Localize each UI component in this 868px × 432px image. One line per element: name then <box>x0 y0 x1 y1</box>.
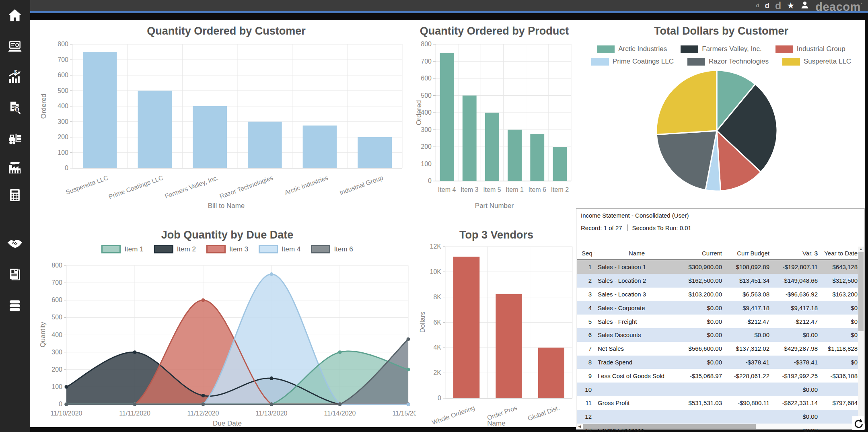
x-tick-label: 11/15/2020 <box>393 410 416 417</box>
bar-Arctic Industries[interactable] <box>303 125 337 168</box>
pie-slice-Razor Technologies[interactable] <box>656 131 717 190</box>
legend-swatch <box>681 45 698 53</box>
data-point-Item 6[interactable] <box>338 403 342 406</box>
cell-Seq: 2 <box>577 277 595 284</box>
data-point-Item 2[interactable] <box>65 385 68 389</box>
legend-item-Item 6[interactable]: Item 6 <box>311 245 353 253</box>
bar-Item 6[interactable] <box>530 134 544 181</box>
user-icon[interactable] <box>800 0 810 11</box>
bar-Item 4[interactable] <box>440 53 454 181</box>
table-row-8[interactable]: 8Trade Spend$0.00-$378.41-$378.41$0 <box>577 356 859 369</box>
bar-Industrial Group[interactable] <box>358 137 392 168</box>
bar-Farmers Valley, Inc.[interactable] <box>193 106 227 168</box>
data-point-Item 4[interactable] <box>407 403 410 406</box>
legend-item-Item 2[interactable]: Item 2 <box>154 245 196 253</box>
sidebar-item-production[interactable] <box>6 159 24 177</box>
frame-right <box>865 13 868 432</box>
data-point-Item 4[interactable] <box>270 272 274 276</box>
y-tick-label: 0 <box>59 401 62 407</box>
x-axis-label: Name <box>416 420 576 428</box>
column-header-Seq[interactable]: Seq⇅ <box>577 250 595 257</box>
column-header-Year to Date[interactable]: Year to Date <box>821 250 859 257</box>
bar-Susperetta LLC[interactable] <box>83 52 117 168</box>
sidebar-item-workstation[interactable] <box>6 37 24 55</box>
scroll-left-icon[interactable]: ◀ <box>577 424 582 429</box>
legend-item-Arctic Industries[interactable]: Arctic Industries <box>597 45 667 53</box>
data-point-Item 2[interactable] <box>133 350 137 354</box>
legend-swatch <box>154 245 173 253</box>
bar-Item 1[interactable] <box>508 130 522 181</box>
sidebar-item-reports[interactable] <box>6 266 24 284</box>
data-point-Item 6[interactable] <box>65 403 68 406</box>
legend-swatch <box>687 58 705 66</box>
data-point-Item 2[interactable] <box>202 394 205 397</box>
data-point-Item 6[interactable] <box>133 403 137 406</box>
sidebar-item-home[interactable] <box>6 6 24 24</box>
table-row-5[interactable]: 5Sales - Freight$0.00-$212.47-$212.47$0 <box>577 315 859 328</box>
bar-Whole Ordering[interactable] <box>453 257 479 398</box>
data-point-Item 3[interactable] <box>202 298 205 302</box>
table-row-6[interactable]: 6Sales Discounts$0.00$0.00$0.00$0 <box>577 328 859 342</box>
window-tab-2[interactable]: d <box>765 0 770 11</box>
legend-item-Susperetta LLC[interactable]: Susperetta LLC <box>782 58 851 66</box>
sidebar-item-accounting[interactable] <box>6 186 24 204</box>
column-header-Var. $[interactable]: Var. $ <box>773 250 821 257</box>
quantity-by-product-plot[interactable]: 0100200300400500600700800Item 4Item 3Ite… <box>413 20 575 221</box>
favorites-star-icon[interactable]: ★ <box>787 0 794 11</box>
table-row-2[interactable]: 2Sales - Location 2$162,500.00$13,451.34… <box>577 274 859 288</box>
cell-Year to Date: $0 <box>821 359 859 366</box>
legend-item-Farmers Valley, Inc.[interactable]: Farmers Valley, Inc. <box>681 45 762 53</box>
data-point-Item 2[interactable] <box>270 376 274 380</box>
table-row-11[interactable]: 11Gross Profit$531,531.03-$90,800.11-$62… <box>577 396 859 410</box>
sidebar-item-crm[interactable] <box>6 235 24 253</box>
sidebar-item-data[interactable] <box>6 297 24 315</box>
sidebar-item-inventory[interactable] <box>6 129 24 147</box>
bar-Order Pros[interactable] <box>496 294 522 398</box>
sidebar-item-sales[interactable]: $ <box>6 68 24 86</box>
refresh-button[interactable] <box>852 416 864 430</box>
quantity-by-customer-plot[interactable]: 0100200300400500600700800Susperetta LLCP… <box>38 20 414 221</box>
column-header-Curr Budget[interactable]: Curr Budget <box>726 250 773 257</box>
data-point-Item 1[interactable] <box>338 350 342 354</box>
record-status: Record: 1 of 27 Seconds To Run: 0.01 <box>576 222 864 234</box>
bar-Global Dist.[interactable] <box>538 348 564 398</box>
top-vendors-plot[interactable]: 02K4K6K8K10K12KWhole OrderingOrder ProsG… <box>416 219 576 430</box>
vertical-scrollbar[interactable]: ▲ ▼ <box>858 247 864 424</box>
legend-item-Item 3[interactable]: Item 3 <box>206 245 248 253</box>
vertical-scroll-thumb[interactable] <box>858 252 864 331</box>
window-tab-3[interactable]: d <box>775 0 781 11</box>
legend-item-Industrial Group[interactable]: Industrial Group <box>775 45 845 53</box>
horizontal-scrollbar[interactable]: ◀ ▶ <box>577 424 865 429</box>
window-tab-1[interactable]: d <box>756 0 759 11</box>
legend-item-Item 4[interactable]: Item 4 <box>259 245 300 253</box>
horizontal-scroll-thumb[interactable] <box>583 424 756 429</box>
table-row-7[interactable]: 7Net Sales$566,600.00$137,312.02-$429,28… <box>577 342 859 356</box>
bar-Item 5[interactable] <box>485 113 499 181</box>
bar-Razor Technologies[interactable] <box>248 122 282 169</box>
column-header-Name[interactable]: Name <box>595 250 677 257</box>
y-tick-label: 10K <box>430 268 442 275</box>
table-row-9[interactable]: 9Less Cost of Goods Sold-$35,068.97-$228… <box>577 369 859 383</box>
svg-text:$: $ <box>14 70 17 75</box>
table-row-1[interactable]: 1Sales - Location 1$300,900.00$108,092.8… <box>577 260 859 274</box>
column-header-Current[interactable]: Current <box>677 250 726 257</box>
pie-slice-Susperetta LLC[interactable] <box>656 70 717 134</box>
data-point-Item 6[interactable] <box>202 403 205 406</box>
y-tick-label: 300 <box>58 118 68 125</box>
data-point-Item 6[interactable] <box>270 403 274 406</box>
table-row-12[interactable]: 12$0.00 <box>577 410 859 424</box>
home-icon <box>7 8 23 23</box>
table-row-3[interactable]: 3Sales - Location 3$103,200.00$6,563.08-… <box>577 288 859 301</box>
legend-item-Item 1[interactable]: Item 1 <box>101 245 143 253</box>
legend-item-Prime Coatings LLC[interactable]: Prime Coatings LLC <box>591 58 674 66</box>
table-row-10[interactable]: 10$0.00 <box>577 383 859 396</box>
table-row-4[interactable]: 4Sales - Corporate$0.00$9,417.18$9,417.1… <box>577 301 859 315</box>
bar-Prime Coatings LLC[interactable] <box>138 91 172 169</box>
bar-Item 2[interactable] <box>553 147 567 181</box>
legend-item-Razor Technologies[interactable]: Razor Technologies <box>687 58 769 66</box>
data-point-Item 6[interactable] <box>407 337 410 341</box>
sidebar-item-order-lookup[interactable]: $ <box>6 99 24 116</box>
data-point-Item 1[interactable] <box>407 368 410 371</box>
scroll-up-icon[interactable]: ▲ <box>858 247 864 252</box>
bar-Item 3[interactable] <box>463 96 477 181</box>
